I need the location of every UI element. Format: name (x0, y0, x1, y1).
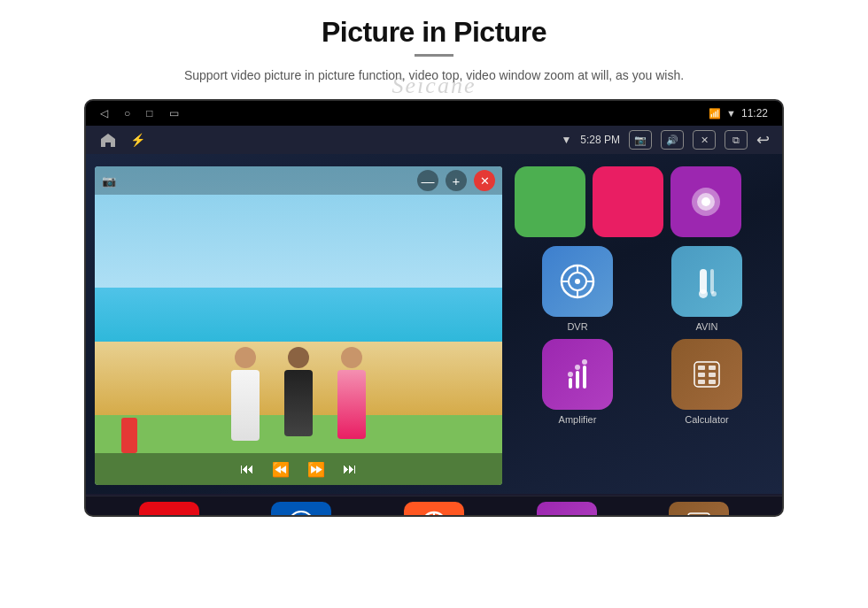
pip-window-controls: — + ✕ (417, 170, 495, 191)
app-icon-calculator-bottom (669, 502, 729, 517)
red-object (121, 418, 137, 453)
app-icon-purple-partial[interactable] (670, 166, 741, 237)
people-group (223, 347, 374, 453)
pip-next-btn[interactable]: ⏭ (343, 461, 357, 477)
person-2 (276, 347, 321, 453)
status-bar-top: ◁ ○ □ ▭ 📶 ▼ 11:22 (86, 101, 782, 126)
usb-icon: ⚡ (130, 133, 145, 147)
app-row-bottom: N Netflix SiriusXM (86, 496, 782, 517)
app-icon-pink-partial[interactable] (593, 166, 663, 237)
svg-rect-15 (576, 371, 579, 389)
subtitle-text: Support video picture in picture functio… (184, 65, 684, 85)
pip-overlay-top: 📷 — + ✕ (95, 166, 502, 195)
status-right: 📶 ▼ 11:22 (709, 107, 768, 119)
svg-point-13 (711, 291, 717, 296)
recents-nav-icon[interactable]: □ (146, 107, 152, 119)
svg-rect-16 (583, 366, 586, 389)
pip-forward-btn[interactable]: ⏩ (307, 461, 325, 478)
app-grid-main: DVR AVIN (511, 242, 773, 428)
secondary-time: 5:28 PM (580, 134, 620, 146)
back-arrow-btn[interactable]: ↩ (756, 130, 770, 150)
status-bar-2-right: ▼ 5:28 PM 📷 🔊 ✕ ⧉ ↩ (561, 130, 770, 150)
pip-minimize-btn[interactable]: — (417, 170, 438, 191)
app-icon-dvr (542, 246, 613, 317)
title-divider (415, 54, 453, 57)
volume-status-btn[interactable]: 🔊 (661, 130, 684, 150)
svg-rect-23 (698, 373, 705, 377)
avin-label: AVIN (696, 321, 718, 332)
svg-rect-11 (710, 269, 714, 294)
home-nav-icon[interactable]: ○ (124, 107, 130, 119)
app-cell-siriusxm[interactable]: SiriusXM (271, 502, 331, 517)
wifi-small-icon: ▼ (561, 134, 571, 146)
pip-close-btn[interactable]: ✕ (474, 170, 495, 191)
svg-rect-21 (698, 366, 705, 370)
device-frame: ◁ ○ □ ▭ 📶 ▼ 11:22 ⚡ ▼ (84, 99, 784, 517)
calculator-label: Calculator (685, 414, 729, 425)
page-title: Picture in Picture (322, 16, 546, 49)
app-grid-right: DVR AVIN (511, 166, 773, 485)
signal-icon: ▼ (726, 108, 736, 119)
app-cell-amplifier-bottom[interactable]: Amplifier (537, 502, 597, 517)
status-bar-2-left: ⚡ (98, 130, 145, 150)
app-icon-avin (671, 246, 742, 317)
nav-icons: ◁ ○ □ ▭ (100, 107, 179, 119)
wifi-icon: 📶 (709, 108, 721, 119)
svg-rect-14 (569, 378, 572, 389)
svg-point-5 (575, 279, 580, 284)
app-icon-siriusxm (271, 502, 331, 517)
person-3 (329, 347, 374, 453)
svg-rect-37 (688, 513, 709, 517)
person-1 (223, 347, 267, 453)
amplifier-label: Amplifier (559, 414, 597, 425)
pip-expand-btn[interactable]: + (446, 170, 467, 191)
app-cell-amplifier[interactable]: Amplifier (516, 339, 639, 425)
app-cell-dvr[interactable]: DVR (516, 246, 639, 332)
pip-prev-btn[interactable]: ⏮ (240, 461, 254, 477)
pip-video: 📷 — + ✕ ⏮ ⏪ ⏩ ⏭ (95, 166, 502, 485)
camera-status-btn[interactable]: 📷 (629, 130, 652, 150)
beach-scene (95, 166, 502, 485)
pip-controls-bottom: ⏮ ⏪ ⏩ ⏭ (95, 453, 502, 485)
home-button[interactable] (98, 130, 118, 150)
app-icon-calculator (671, 339, 742, 410)
app-icon-wheelkey (404, 502, 464, 517)
app-icon-amplifier-bottom (537, 502, 597, 517)
dvr-label: DVR (567, 321, 587, 332)
close-status-btn[interactable]: ✕ (693, 130, 716, 150)
app-cell-wheelkey[interactable]: Wheelkey Study (402, 502, 466, 517)
svg-point-19 (582, 359, 587, 365)
back-nav-icon[interactable]: ◁ (100, 107, 108, 119)
pip-rewind-btn[interactable]: ⏪ (272, 461, 290, 478)
svg-point-18 (575, 365, 580, 370)
pip-container[interactable]: 📷 — + ✕ ⏮ ⏪ ⏩ ⏭ (95, 166, 502, 485)
app-cell-calculator-bottom[interactable]: Calculator (669, 502, 729, 517)
svg-point-27 (289, 512, 314, 517)
status-time: 11:22 (741, 107, 768, 119)
svg-rect-22 (709, 366, 716, 370)
app-cell-netflix[interactable]: N Netflix (139, 502, 199, 517)
app-icon-netflix: N (139, 502, 199, 517)
app-cell-avin[interactable]: AVIN (646, 246, 768, 332)
svg-rect-25 (698, 380, 705, 384)
app-icon-green-partial[interactable] (515, 166, 585, 237)
svg-point-12 (699, 289, 708, 298)
app-cell-calculator[interactable]: Calculator (646, 339, 768, 425)
app-row-top-partial (511, 166, 773, 237)
page-wrapper: Picture in Picture Seicane Support video… (0, 0, 868, 608)
window-status-btn[interactable]: ⧉ (725, 130, 748, 150)
svg-point-17 (568, 372, 573, 377)
svg-point-2 (701, 197, 710, 206)
app-icon-amplifier (542, 339, 613, 410)
screenshot-nav-icon[interactable]: ▭ (169, 107, 179, 119)
svg-rect-24 (709, 373, 716, 377)
pip-cam-icon: 📷 (102, 174, 116, 188)
app-area: 📷 — + ✕ ⏮ ⏪ ⏩ ⏭ (86, 154, 782, 494)
status-bar-2: ⚡ ▼ 5:28 PM 📷 🔊 ✕ ⧉ ↩ (86, 126, 782, 154)
svg-rect-26 (709, 380, 716, 384)
